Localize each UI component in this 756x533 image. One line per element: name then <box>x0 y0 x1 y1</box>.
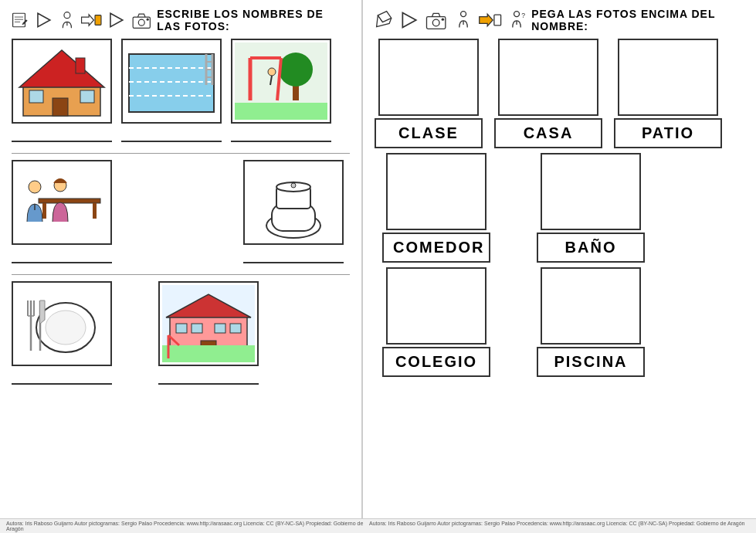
bot-spacer <box>502 267 525 377</box>
school-image <box>158 281 259 366</box>
svg-marker-4 <box>38 13 50 26</box>
right-person2-icon: ? <box>507 8 527 32</box>
school-svg <box>162 285 255 362</box>
arrow-box-icon <box>80 8 103 32</box>
svg-text:?: ? <box>521 12 525 19</box>
clase-label: CLASE <box>375 118 483 148</box>
pool-cell <box>121 39 222 147</box>
bano-label: BAÑO <box>537 233 645 263</box>
svg-point-12 <box>146 19 148 21</box>
svg-rect-37 <box>39 199 100 203</box>
colegio-label: COLEGIO <box>382 347 490 377</box>
plate-svg <box>15 285 108 362</box>
left-panel: ESCRIBE LOS NOMBRES DE LAS FOTOS: <box>0 0 363 533</box>
svg-marker-72 <box>479 14 492 26</box>
svg-rect-8 <box>95 15 101 25</box>
svg-marker-7 <box>82 15 94 25</box>
svg-rect-19 <box>129 54 214 112</box>
patio-cell: PATIO <box>614 39 722 148</box>
svg-point-74 <box>514 12 520 17</box>
svg-point-40 <box>29 181 41 193</box>
svg-rect-17 <box>80 90 94 103</box>
play-icon <box>35 8 53 32</box>
svg-rect-38 <box>42 203 46 219</box>
svg-point-70 <box>460 12 466 17</box>
piscina-label: PISCINA <box>537 347 645 377</box>
write-icon <box>12 8 30 32</box>
right-row2: COMEDOR BAÑO <box>375 153 744 263</box>
svg-rect-58 <box>176 324 187 333</box>
svg-marker-14 <box>19 50 104 87</box>
svg-point-49 <box>46 311 86 345</box>
right-camera-icon <box>424 8 448 32</box>
right-play-icon <box>399 8 419 32</box>
camera-icon <box>131 8 153 32</box>
casa-cell: CASA <box>494 39 602 148</box>
plate-image <box>12 281 112 366</box>
left-row3 <box>12 281 350 389</box>
svg-point-69 <box>442 18 444 20</box>
bathroom-image <box>243 160 344 245</box>
empty-cell <box>127 160 228 268</box>
svg-rect-60 <box>215 324 225 333</box>
svg-rect-59 <box>192 324 202 333</box>
left-row2 <box>12 160 350 268</box>
footer-right: Autora: Iris Raboso Guijarro Autor picto… <box>369 521 750 531</box>
svg-rect-16 <box>29 90 43 103</box>
bathroom-cell <box>243 160 344 268</box>
dining-image <box>12 160 112 245</box>
footer-left: Autora: Iris Raboso Guijarro Autor picto… <box>6 521 369 531</box>
pool-write-line <box>121 127 222 142</box>
left-row1 <box>12 39 350 147</box>
right-row3: COLEGIO PISCINA <box>375 267 744 377</box>
house-cell <box>12 39 112 147</box>
colegio-img-box <box>386 267 486 345</box>
svg-point-5 <box>63 12 69 19</box>
house-image <box>12 39 112 124</box>
clase-img-box <box>378 39 479 116</box>
right-panel: ? PEGA LAS FOTOS ENCIMA DEL NOMBRE: CLAS… <box>363 0 756 533</box>
playground-cell <box>231 39 331 147</box>
plate-write-line <box>12 369 112 385</box>
right-row1: CLASE CASA PATIO <box>375 39 744 148</box>
school-cell <box>158 281 259 389</box>
svg-point-68 <box>433 19 440 26</box>
svg-point-11 <box>138 19 144 25</box>
paste-icon <box>375 8 395 32</box>
piscina-cell: PISCINA <box>537 267 645 377</box>
svg-rect-18 <box>76 58 85 73</box>
bathroom-svg <box>247 164 340 241</box>
patio-label: PATIO <box>614 118 722 148</box>
svg-rect-63 <box>162 345 255 362</box>
svg-rect-61 <box>230 324 241 333</box>
playground-write-line <box>231 127 331 142</box>
right-header: ? PEGA LAS FOTOS ENCIMA DEL NOMBRE: <box>375 8 744 32</box>
comedor-cell: COMEDOR <box>382 153 490 263</box>
clase-cell: CLASE <box>375 39 483 148</box>
svg-rect-36 <box>235 103 327 120</box>
casa-img-box <box>498 39 598 116</box>
svg-marker-66 <box>402 12 415 27</box>
comedor-img-box <box>386 153 486 230</box>
bano-cell: BAÑO <box>537 153 645 263</box>
dining-cell <box>12 160 112 268</box>
left-header: ESCRIBE LOS NOMBRES DE LAS FOTOS: <box>12 8 350 32</box>
page: ESCRIBE LOS NOMBRES DE LAS FOTOS: <box>0 0 756 533</box>
mid-spacer <box>502 153 525 263</box>
svg-marker-9 <box>110 13 123 26</box>
plate-cell <box>12 281 112 389</box>
play2-icon <box>107 8 126 32</box>
patio-img-box <box>618 39 718 116</box>
school-write-line <box>158 369 259 385</box>
footer: Autora: Iris Raboso Guijarro Autor picto… <box>0 518 756 533</box>
right-person-icon <box>453 8 473 32</box>
bathroom-write-line <box>243 248 344 263</box>
dining-svg <box>15 164 108 241</box>
pool-image <box>121 39 222 124</box>
svg-rect-39 <box>93 203 97 219</box>
pool-svg <box>125 42 218 120</box>
svg-point-34 <box>268 68 276 76</box>
right-arrow-box-icon <box>478 8 502 32</box>
house-write-line <box>12 127 112 142</box>
playground-svg <box>235 42 327 120</box>
